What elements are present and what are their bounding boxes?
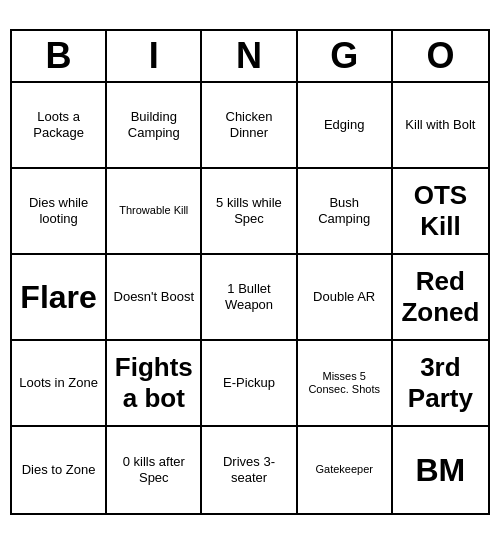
bingo-card: BINGO Loots a PackageBuilding CampingChi… <box>10 29 490 515</box>
bingo-cell-10: Flare <box>12 255 107 341</box>
bingo-cell-3: Edging <box>298 83 393 169</box>
bingo-cell-12: 1 Bullet Weapon <box>202 255 297 341</box>
bingo-grid: Loots a PackageBuilding CampingChicken D… <box>12 83 488 513</box>
bingo-cell-6: Throwable Kill <box>107 169 202 255</box>
bingo-cell-8: Bush Camping <box>298 169 393 255</box>
bingo-cell-24: BM <box>393 427 488 513</box>
bingo-cell-21: 0 kills after Spec <box>107 427 202 513</box>
bingo-cell-19: 3rd Party <box>393 341 488 427</box>
header-letter-b: B <box>12 31 107 81</box>
header-letter-o: O <box>393 31 488 81</box>
header-letter-i: I <box>107 31 202 81</box>
bingo-cell-13: Double AR <box>298 255 393 341</box>
bingo-cell-4: Kill with Bolt <box>393 83 488 169</box>
bingo-cell-20: Dies to Zone <box>12 427 107 513</box>
bingo-cell-9: OTS Kill <box>393 169 488 255</box>
bingo-cell-5: Dies while looting <box>12 169 107 255</box>
bingo-cell-15: Loots in Zone <box>12 341 107 427</box>
bingo-cell-1: Building Camping <box>107 83 202 169</box>
bingo-cell-16: Fights a bot <box>107 341 202 427</box>
bingo-cell-23: Gatekeeper <box>298 427 393 513</box>
bingo-cell-0: Loots a Package <box>12 83 107 169</box>
bingo-cell-17: E-Pickup <box>202 341 297 427</box>
bingo-cell-14: Red Zoned <box>393 255 488 341</box>
header-letter-n: N <box>202 31 297 81</box>
bingo-cell-7: 5 kills while Spec <box>202 169 297 255</box>
header-letter-g: G <box>298 31 393 81</box>
bingo-cell-2: Chicken Dinner <box>202 83 297 169</box>
bingo-cell-18: Misses 5 Consec. Shots <box>298 341 393 427</box>
bingo-header: BINGO <box>12 31 488 83</box>
bingo-cell-11: Doesn't Boost <box>107 255 202 341</box>
bingo-cell-22: Drives 3-seater <box>202 427 297 513</box>
